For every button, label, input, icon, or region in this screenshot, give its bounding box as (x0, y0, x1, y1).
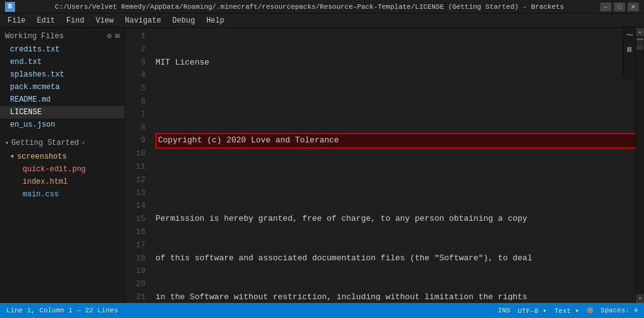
app-icon: B (5, 2, 15, 12)
file-main-css[interactable]: main.css (0, 188, 125, 201)
activity-icon[interactable]: 〜 (626, 30, 633, 41)
layers-icon[interactable]: ▦ (627, 45, 631, 54)
file-item-credits[interactable]: credits.txt (0, 43, 125, 56)
code-line-1: MIT License (156, 56, 639, 70)
file-item-enus[interactable]: en_us.json (0, 119, 125, 131)
scrollbar[interactable]: ▲ ▼ (635, 28, 644, 303)
code-line-2 (156, 95, 639, 109)
status-left: Line 1, Column 1 — 22 Lines (6, 307, 118, 314)
code-area[interactable]: 1 2 3 4 5 6 7 8 9 10 11 12 13 14 15 16 1… (125, 28, 644, 303)
working-files-header: Working Files ⚙ ⊞ (0, 28, 125, 43)
code-line-5: Permission is hereby granted, free of ch… (156, 213, 639, 226)
code-line-4 (156, 174, 639, 187)
file-item-license[interactable]: LICENSE (0, 106, 125, 119)
file-item-pack[interactable]: pack.mcmeta (0, 81, 125, 93)
file-item-splashes[interactable]: splashes.txt (0, 68, 125, 81)
maximize-button[interactable]: □ (614, 3, 625, 11)
menu-file[interactable]: File (3, 15, 31, 26)
menu-debug[interactable]: Debug (167, 15, 200, 26)
menu-help[interactable]: Help (201, 15, 230, 26)
working-files-label: Working Files (5, 32, 64, 41)
line-numbers: 1 2 3 4 5 6 7 8 9 10 11 12 13 14 15 16 1… (125, 30, 150, 300)
spaces-setting[interactable]: Spaces: 4 (601, 307, 638, 314)
scroll-down-btn[interactable]: ▼ (636, 294, 644, 303)
editor: 1 2 3 4 5 6 7 8 9 10 11 12 13 14 15 16 1… (125, 28, 644, 303)
cursor-position[interactable]: Line 1, Column 1 — 22 Lines (6, 307, 118, 314)
status-right: INS UTF-8 ▾ Text ▾ Spaces: 4 (498, 307, 638, 315)
folder-screenshots[interactable]: ▾ screenshots (0, 150, 125, 163)
folder-expand-icon: ▾ (10, 152, 14, 161)
code-line-3: Copyright (c) 2020 Love and Tolerance (156, 133, 639, 149)
title-bar: B C:/Users/Velvet Remedy/AppData/Roaming… (0, 0, 644, 14)
minimap (636, 36, 644, 294)
folder-label: screenshots (17, 152, 66, 161)
main-layout: Working Files ⚙ ⊞ credits.txt end.txt sp… (0, 28, 644, 303)
project-section: ▾ Getting Started ▾ ▾ screenshots quick-… (0, 136, 125, 303)
minimize-button[interactable]: – (600, 3, 611, 11)
code-line-6: of this software and associated document… (156, 252, 639, 265)
title-bar-title: C:/Users/Velvet Remedy/AppData/Roaming/.… (19, 3, 600, 11)
settings-icon[interactable]: ⚙ (107, 31, 112, 41)
menu-find[interactable]: Find (61, 15, 90, 26)
dropdown-icon: ▾ (82, 139, 85, 147)
sidebar: Working Files ⚙ ⊞ credits.txt end.txt sp… (0, 28, 125, 303)
encoding-selector[interactable]: UTF-8 ▾ (518, 307, 547, 315)
code-line-7: in the Software without restriction, inc… (156, 291, 639, 300)
language-mode-selector[interactable]: Text ▾ (554, 307, 579, 315)
scroll-up-btn[interactable]: ▲ (636, 28, 644, 36)
status-indicator (587, 307, 593, 314)
menu-bar: File Edit Find View Navigate Debug Help (0, 14, 644, 28)
chevron-down-icon: ▼ (638, 296, 641, 301)
status-bar: Line 1, Column 1 — 22 Lines INS UTF-8 ▾ … (0, 303, 644, 318)
chevron-down-icon: ▾ (5, 139, 9, 147)
menu-navigate[interactable]: Navigate (120, 15, 166, 26)
file-index[interactable]: index.html (0, 176, 125, 188)
code-content: MIT License Copyright (c) 2020 Love and … (150, 30, 644, 300)
file-item-readme[interactable]: README.md (0, 93, 125, 106)
split-icon[interactable]: ⊞ (115, 31, 120, 41)
menu-edit[interactable]: Edit (32, 15, 60, 26)
right-panel-icons: 〜 ▦ (623, 28, 635, 78)
window-controls: – □ ✕ (600, 3, 639, 11)
menu-view[interactable]: View (90, 15, 119, 26)
project-header[interactable]: ▾ Getting Started ▾ (0, 136, 125, 150)
ins-mode[interactable]: INS (498, 307, 510, 314)
working-files-actions: ⚙ ⊞ (107, 31, 120, 41)
file-quick-edit[interactable]: quick-edit.png (0, 163, 125, 176)
file-item-end[interactable]: end.txt (0, 56, 125, 68)
project-label: Getting Started (11, 139, 79, 147)
chevron-up-icon: ▲ (638, 29, 641, 34)
close-button[interactable]: ✕ (628, 3, 639, 11)
